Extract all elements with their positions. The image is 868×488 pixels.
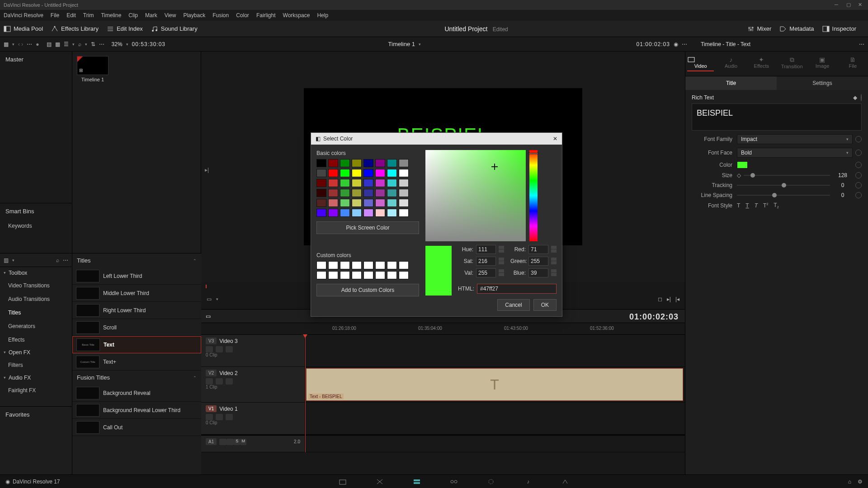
basic-swatch[interactable] <box>340 189 350 197</box>
linespacing-slider[interactable] <box>737 195 830 196</box>
custom-swatch[interactable] <box>399 261 409 269</box>
style-normal-button[interactable]: T <box>737 202 740 209</box>
basic-swatch[interactable] <box>328 179 338 187</box>
crop-icon[interactable]: ▭ <box>207 296 212 302</box>
custom-swatch[interactable] <box>375 271 385 279</box>
page-color[interactable] <box>486 477 496 487</box>
menu-file[interactable]: File <box>51 12 59 19</box>
item-effects[interactable]: Effects <box>0 333 72 347</box>
menu-mark[interactable]: Mark <box>145 12 157 19</box>
zoom-value[interactable]: 32% <box>112 41 123 47</box>
search-icon[interactable]: ⌕ <box>78 41 81 47</box>
basic-swatch[interactable] <box>375 189 385 197</box>
pick-screen-color-button[interactable]: Pick Screen Color <box>316 221 419 234</box>
metadata-button[interactable]: Metadata <box>779 25 814 32</box>
basic-swatch[interactable] <box>328 209 338 217</box>
panel-view-icon[interactable]: ▥ <box>4 257 9 263</box>
red-input[interactable] <box>528 245 548 254</box>
close-icon[interactable]: ✕ <box>858 2 864 8</box>
subtab-settings[interactable]: Settings <box>777 76 868 90</box>
item-video-transitions[interactable]: Video Transitions <box>0 279 72 292</box>
size-slider[interactable] <box>744 175 830 176</box>
reset-button[interactable] <box>861 94 862 101</box>
settings-icon[interactable]: ⚙ <box>858 479 863 485</box>
reset-button[interactable] <box>855 192 862 198</box>
ok-button[interactable]: OK <box>533 299 557 311</box>
tab-file[interactable]: 🗎File <box>838 52 868 76</box>
tab-effects[interactable]: ✦Effects <box>746 52 777 76</box>
openfx-tree[interactable]: Open FX <box>0 347 72 358</box>
lock-icon[interactable] <box>219 439 226 445</box>
keyframe-icon[interactable]: ◆ <box>853 94 857 101</box>
mixer-button[interactable]: Mixer <box>747 25 772 32</box>
menu-view[interactable]: View <box>165 12 176 19</box>
go-start-icon[interactable]: |◂ <box>675 296 679 302</box>
style-super-button[interactable]: T2 <box>763 202 768 209</box>
basic-swatch[interactable] <box>328 159 338 167</box>
basic-swatch[interactable] <box>399 199 409 207</box>
custom-swatch[interactable] <box>340 271 350 279</box>
basic-swatch[interactable] <box>363 189 373 197</box>
saturation-value-picker[interactable] <box>425 150 526 241</box>
inspector-button[interactable]: Inspector <box>822 25 856 32</box>
basic-swatch[interactable] <box>340 179 350 187</box>
search-icon[interactable]: ⌕ <box>56 257 59 263</box>
size-value[interactable]: 128 <box>833 172 853 178</box>
menu-timeline[interactable]: Timeline <box>101 12 121 19</box>
keyframe-icon[interactable]: ◇ <box>737 172 741 178</box>
menu-edit[interactable]: Edit <box>66 12 76 19</box>
basic-swatch[interactable] <box>387 209 397 217</box>
page-media[interactable] <box>338 477 348 487</box>
title-item-right-lower-third[interactable]: Right Lower Third <box>72 302 201 319</box>
sort-icon[interactable]: ⇅ <box>91 41 95 47</box>
menu-app[interactable]: DaVinci Resolve <box>4 12 43 19</box>
menu-playback[interactable]: Playback <box>183 12 205 19</box>
item-filters[interactable]: Filters <box>0 358 72 372</box>
track-head-v1[interactable]: V1Video 1 0 Clip <box>201 403 305 434</box>
auto-select-icon[interactable] <box>216 414 223 420</box>
custom-swatch[interactable] <box>375 261 385 269</box>
picker-marker[interactable] <box>491 164 498 170</box>
fusion-title-call-out[interactable]: Call Out <box>72 419 201 436</box>
basic-swatch[interactable] <box>340 199 350 207</box>
basic-swatch[interactable] <box>340 209 350 217</box>
tab-audio[interactable]: ♪Audio <box>716 52 746 76</box>
style-underline-button[interactable]: T <box>745 202 749 209</box>
basic-swatch[interactable] <box>387 189 397 197</box>
go-end-icon[interactable]: ▸| <box>667 296 671 302</box>
item-audio-transitions[interactable]: Audio Transitions <box>0 292 72 306</box>
hue-marker[interactable] <box>528 153 539 154</box>
media-pool-button[interactable]: Media Pool <box>4 25 43 32</box>
basic-swatch[interactable] <box>328 189 338 197</box>
page-deliver[interactable] <box>560 477 570 487</box>
title-item-text[interactable]: Basic TitleText <box>72 336 201 353</box>
basic-swatch[interactable] <box>352 179 362 187</box>
basic-swatch[interactable] <box>375 169 385 177</box>
timeline-clip-thumb[interactable]: ⊞ Timeline 1 <box>77 56 108 82</box>
basic-swatch[interactable] <box>387 179 397 187</box>
basic-swatch[interactable] <box>352 169 362 177</box>
thumb-view-icon[interactable]: ▤ <box>47 41 52 47</box>
title-item-scroll[interactable]: Scroll <box>72 319 201 336</box>
custom-swatch[interactable] <box>352 261 362 269</box>
basic-swatch[interactable] <box>363 159 373 167</box>
basic-swatch[interactable] <box>316 179 326 187</box>
selection-tool-icon[interactable]: ▭ <box>206 313 211 319</box>
custom-swatch[interactable] <box>363 261 373 269</box>
font-face-dropdown[interactable]: Bold▾ <box>737 148 853 158</box>
lock-icon[interactable] <box>206 414 213 420</box>
bypass-icon[interactable]: ◉ <box>674 41 678 47</box>
basic-swatch[interactable] <box>387 159 397 167</box>
basic-swatch[interactable] <box>375 209 385 217</box>
disable-icon[interactable] <box>226 346 233 352</box>
cancel-button[interactable]: Cancel <box>497 299 529 311</box>
sat-input[interactable] <box>476 257 496 266</box>
disable-icon[interactable] <box>226 378 233 385</box>
track-body-v2[interactable]: T Text - BEISPIEL <box>305 367 685 402</box>
basic-swatch[interactable] <box>399 169 409 177</box>
track-body-v1[interactable] <box>305 403 685 434</box>
basic-swatch[interactable] <box>399 179 409 187</box>
chevron-down-icon[interactable]: ▾ <box>419 42 421 47</box>
basic-swatch[interactable] <box>340 159 350 167</box>
basic-swatch[interactable] <box>340 169 350 177</box>
